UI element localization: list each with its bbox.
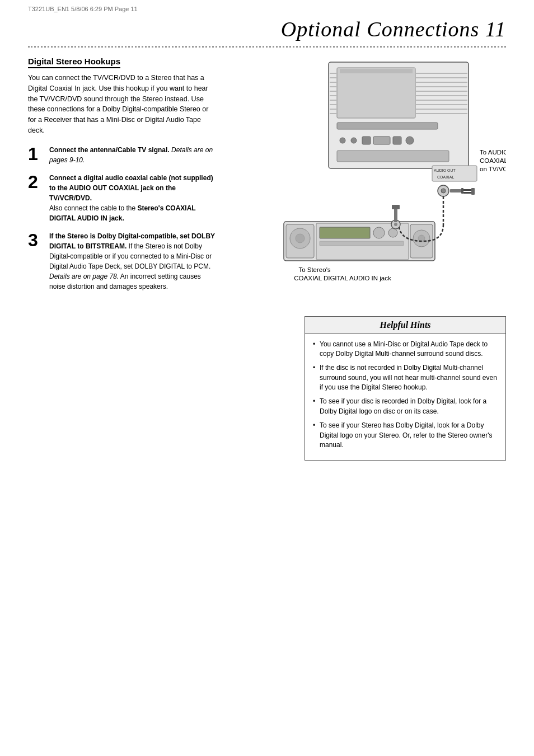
hint-list: You cannot use a Mini-Disc or Digital Au…: [313, 340, 498, 450]
dotted-divider: [28, 46, 506, 48]
diagram-area: AUDIO OUT COAXIAL To AUDIO OUT COAXI: [229, 57, 506, 293]
section-heading: Digital Stereo Hookups: [28, 57, 120, 68]
right-column: AUDIO OUT COAXIAL To AUDIO OUT COAXI: [229, 57, 506, 299]
step-3-text: If the Stereo is Dolby Digital-compatibl…: [49, 231, 218, 292]
hint-item-1: You cannot use a Mini-Disc or Digital Au…: [313, 340, 498, 359]
svg-rect-28: [393, 137, 401, 144]
svg-point-25: [351, 138, 357, 143]
svg-point-55: [388, 228, 397, 237]
svg-rect-2: [340, 69, 413, 73]
svg-rect-60: [392, 205, 400, 209]
svg-rect-26: [362, 137, 371, 144]
svg-rect-1: [337, 68, 415, 118]
hint-item-2: If the disc is not recorded in Dolby Dig…: [313, 363, 498, 392]
step-3-number: 3: [28, 231, 44, 249]
svg-text:COAXIAL DIGITAL AUDIO IN jack: COAXIAL DIGITAL AUDIO IN jack: [294, 275, 391, 281]
svg-point-54: [373, 227, 385, 238]
page-number: T3221UB_EN1 5/8/06 6:29 PM Page 11: [28, 6, 138, 12]
svg-rect-30: [337, 151, 449, 162]
svg-point-29: [406, 137, 414, 144]
svg-point-58: [394, 223, 397, 226]
svg-text:AUDIO OUT: AUDIO OUT: [434, 168, 456, 172]
svg-text:To AUDIO OUT: To AUDIO OUT: [480, 149, 506, 156]
svg-rect-37: [461, 188, 463, 194]
step-3: 3 If the Stereo is Dolby Digital-compati…: [28, 231, 218, 292]
svg-point-48: [296, 234, 305, 243]
step-2-number: 2: [28, 173, 44, 191]
svg-text:on TV/VCR/DVD: on TV/VCR/DVD: [480, 166, 506, 172]
svg-rect-53: [320, 227, 370, 238]
svg-point-24: [340, 138, 345, 143]
svg-rect-23: [337, 123, 438, 129]
step-1-text: Connect the antenna/Cable TV signal. Det…: [49, 145, 218, 165]
svg-rect-40: [471, 188, 475, 195]
page-header: Optional Connections 11: [28, 17, 506, 41]
svg-rect-36: [450, 189, 461, 192]
svg-rect-39: [463, 192, 471, 194]
left-column: Digital Stereo Hookups You can connect t…: [28, 57, 218, 299]
svg-point-35: [441, 189, 446, 193]
page-title: Optional Connections 11: [281, 17, 506, 41]
intro-text: You can connect the TV/VCR/DVD to a Ster…: [28, 73, 218, 136]
page-container: T3221UB_EN1 5/8/06 6:29 PM Page 11 Optio…: [0, 0, 534, 756]
svg-text:COAXIAL: COAXIAL: [437, 175, 454, 179]
hint-item-4: To see if your Stereo has Dolby Digital,…: [313, 421, 498, 450]
step-1: 1 Connect the antenna/Cable TV signal. D…: [28, 145, 218, 165]
main-content: Digital Stereo Hookups You can connect t…: [28, 57, 506, 299]
helpful-hints-title: Helpful Hints: [305, 317, 505, 334]
svg-rect-56: [320, 241, 404, 246]
step-2: 2 Connect a digital audio coaxial cable …: [28, 173, 218, 223]
svg-rect-27: [373, 137, 390, 144]
svg-rect-38: [463, 189, 471, 191]
helpful-hints-container: Helpful Hints You cannot use a Mini-Disc…: [28, 316, 506, 461]
helpful-hints-body: You cannot use a Mini-Disc or Digital Au…: [305, 334, 505, 461]
step-1-number: 1: [28, 145, 44, 163]
svg-text:COAXIAL jack: COAXIAL jack: [480, 157, 506, 164]
diagram-svg: AUDIO OUT COAXIAL To AUDIO OUT COAXI: [229, 57, 506, 292]
helpful-hints-box: Helpful Hints You cannot use a Mini-Disc…: [305, 316, 506, 461]
svg-rect-59: [394, 208, 397, 222]
hint-item-3: To see if your disc is recorded in Dolby…: [313, 397, 498, 416]
step-2-text: Connect a digital audio coaxial cable (n…: [49, 173, 218, 223]
svg-text:To Stereo's: To Stereo's: [298, 266, 330, 273]
